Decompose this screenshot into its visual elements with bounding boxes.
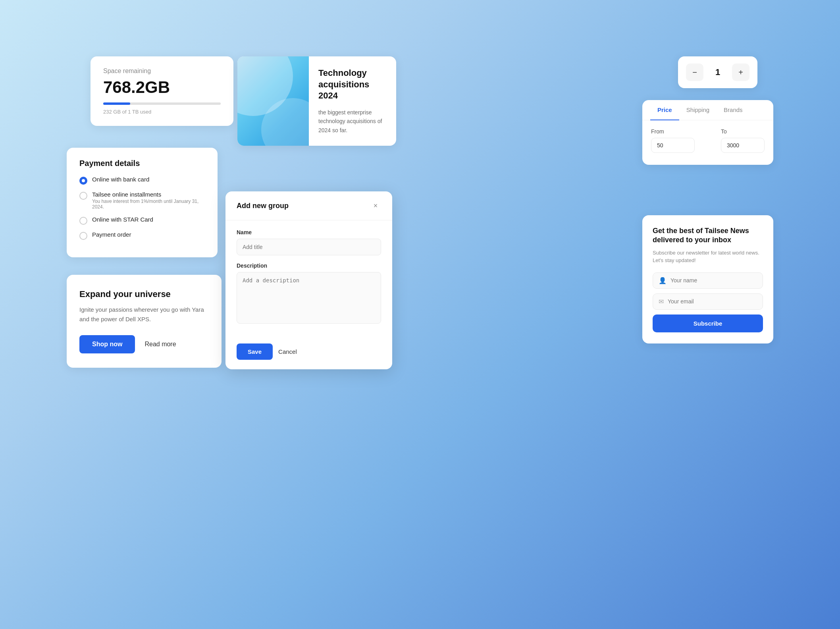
- radio-button-1[interactable]: [79, 177, 87, 185]
- payment-title: Payment details: [79, 159, 205, 168]
- payment-option-2[interactable]: Tailsee online installments You have int…: [79, 191, 205, 210]
- payment-option-3[interactable]: Online with STAR Card: [79, 216, 205, 225]
- universe-card: Expand your universe Ignite your passion…: [67, 275, 222, 368]
- newsletter-title: Get the best of Tailsee News delivered t…: [653, 226, 763, 245]
- payment-option-4[interactable]: Payment order: [79, 231, 205, 240]
- newsletter-email-input[interactable]: [668, 298, 757, 305]
- payment-sub-2: You have interest from 1%/month until Ja…: [92, 199, 205, 210]
- radio-button-2[interactable]: [79, 192, 87, 200]
- stepper-value: 1: [715, 67, 720, 77]
- name-field-label: Name: [237, 229, 381, 235]
- subscribe-button[interactable]: Subscribe: [653, 314, 763, 332]
- universe-title: Expand your universe: [79, 289, 209, 299]
- modal-title: Add new group: [237, 202, 289, 210]
- article-card: Technology acquisitions 2024 the biggest…: [237, 56, 396, 146]
- storage-value: 768.2GB: [103, 78, 221, 97]
- payment-label-3: Online with STAR Card: [92, 216, 153, 223]
- tab-shipping[interactable]: Shipping: [679, 100, 717, 120]
- article-content: Technology acquisitions 2024 the biggest…: [309, 56, 396, 146]
- shop-now-button[interactable]: Shop now: [79, 335, 135, 353]
- description-field-label: Description: [237, 262, 381, 269]
- article-image: [237, 56, 309, 146]
- modal-footer: Save Cancel: [225, 336, 392, 369]
- name-input-wrap: 👤: [653, 272, 763, 289]
- payment-option-1[interactable]: Online with bank card: [79, 176, 205, 185]
- modal-header: Add new group ×: [225, 191, 392, 220]
- add-group-modal: Add new group × Name Description Save Ca…: [225, 191, 392, 369]
- filter-tabs: Price Shipping Brands: [642, 100, 773, 120]
- cancel-button[interactable]: Cancel: [278, 348, 297, 355]
- radio-button-4[interactable]: [79, 232, 87, 240]
- storage-bar-background: [103, 102, 221, 105]
- storage-card: Space remaining 768.2GB 232 GB of 1 TB u…: [91, 56, 233, 126]
- payment-label-1: Online with bank card: [92, 176, 149, 183]
- universe-desc: Ignite your passions wherever you go wit…: [79, 305, 209, 324]
- payment-card: Payment details Online with bank card Ta…: [67, 148, 218, 257]
- payment-label-2: Tailsee online installments: [92, 191, 205, 198]
- modal-body: Name Description: [225, 220, 392, 336]
- storage-used-text: 232 GB of 1 TB used: [103, 109, 221, 115]
- quantity-stepper-card: − 1 +: [678, 56, 757, 88]
- tab-brands[interactable]: Brands: [717, 100, 750, 120]
- decrement-button[interactable]: −: [686, 64, 703, 81]
- email-input-wrap: ✉: [653, 293, 763, 310]
- newsletter-desc: Subscribe our newsletter for latest worl…: [653, 249, 763, 264]
- from-input[interactable]: [651, 138, 695, 153]
- save-button[interactable]: Save: [237, 343, 273, 360]
- email-icon: ✉: [659, 298, 664, 305]
- person-icon: 👤: [659, 277, 667, 284]
- newsletter-name-input[interactable]: [670, 277, 757, 284]
- universe-buttons: Shop now Read more: [79, 335, 209, 353]
- tab-price[interactable]: Price: [650, 100, 679, 120]
- filter-range-row: From To: [651, 128, 765, 153]
- to-input[interactable]: [721, 138, 765, 153]
- name-input[interactable]: [237, 239, 381, 255]
- increment-button[interactable]: +: [732, 64, 749, 81]
- article-title: Technology acquisitions 2024: [318, 68, 387, 102]
- newsletter-card: Get the best of Tailsee News delivered t…: [642, 215, 773, 343]
- article-desc: the biggest enterprise technology acquis…: [318, 108, 387, 135]
- payment-label-4: Payment order: [92, 231, 131, 238]
- storage-label: Space remaining: [103, 68, 221, 75]
- radio-button-3[interactable]: [79, 217, 87, 225]
- to-label: To: [721, 128, 765, 135]
- filter-card: Price Shipping Brands From To: [642, 100, 773, 165]
- filter-body: From To: [642, 120, 773, 165]
- from-label: From: [651, 128, 695, 135]
- description-input[interactable]: [237, 272, 381, 324]
- storage-bar-fill: [103, 102, 130, 105]
- read-more-button[interactable]: Read more: [144, 341, 176, 348]
- modal-close-button[interactable]: ×: [370, 200, 381, 211]
